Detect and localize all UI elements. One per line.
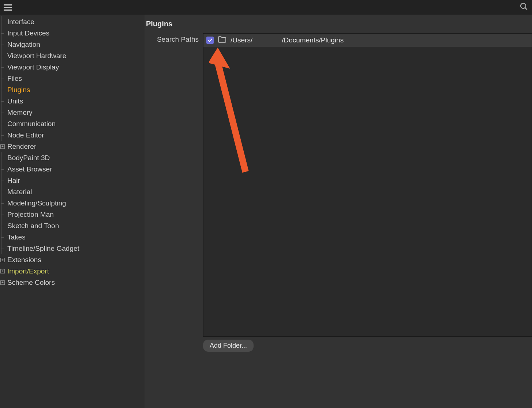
sidebar-item-communication[interactable]: Communication (0, 118, 145, 129)
sidebar-item-import-export[interactable]: +Import/Export (0, 265, 145, 277)
expand-icon[interactable]: + (0, 269, 5, 273)
sidebar-item-label: Asset Browser (7, 165, 52, 173)
search-path-row[interactable]: /Users//Documents/Plugins (203, 34, 532, 47)
sidebar-item-label: Units (7, 97, 23, 105)
sidebar-item-takes[interactable]: Takes (0, 231, 145, 243)
sidebar-item-input-devices[interactable]: Input Devices (0, 27, 145, 39)
content-panel: Plugins Search Paths /Users//Documents/P… (145, 15, 532, 408)
page-title: Plugins (145, 20, 532, 28)
sidebar-item-extensions[interactable]: +Extensions (0, 254, 145, 265)
path-enabled-checkbox[interactable] (206, 37, 214, 44)
sidebar-item-label: Interface (7, 18, 34, 26)
sidebar-item-asset-browser[interactable]: Asset Browser (0, 163, 145, 175)
sidebar-item-interface[interactable]: Interface (0, 16, 145, 27)
main-area: InterfaceInput DevicesNavigationViewport… (0, 15, 532, 408)
sidebar-item-navigation[interactable]: Navigation (0, 39, 145, 50)
add-folder-row: Add Folder... (203, 340, 532, 352)
hamburger-menu-icon[interactable] (4, 4, 12, 11)
folder-icon (218, 36, 226, 45)
sidebar-item-label: Material (7, 188, 32, 196)
expand-icon[interactable]: + (0, 280, 5, 285)
sidebar-item-label: Memory (7, 109, 33, 117)
search-paths-list[interactable]: /Users//Documents/Plugins (203, 33, 532, 337)
sidebar-item-memory[interactable]: Memory (0, 107, 145, 118)
sidebar-item-bodypaint-3d[interactable]: BodyPaint 3D (0, 152, 145, 163)
sidebar-item-label: Modeling/Sculpting (7, 199, 66, 207)
sidebar-item-timeline-spline-gadget[interactable]: Timeline/Spline Gadget (0, 243, 145, 254)
expand-icon[interactable]: + (0, 144, 5, 149)
sidebar-item-label: Takes (7, 233, 26, 241)
search-paths-row: Search Paths /Users//Documents/Plugins A… (145, 33, 532, 352)
sidebar-item-modeling-sculpting[interactable]: Modeling/Sculpting (0, 197, 145, 209)
search-icon[interactable] (520, 2, 528, 13)
sidebar-item-label: Navigation (7, 41, 40, 49)
sidebar-item-label: Communication (7, 120, 56, 128)
sidebar-item-label: Renderer (7, 143, 36, 151)
sidebar-item-scheme-colors[interactable]: +Scheme Colors (0, 277, 145, 288)
preferences-sidebar: InterfaceInput DevicesNavigationViewport… (0, 15, 145, 408)
top-bar (0, 0, 532, 15)
sidebar-item-label: Import/Export (7, 267, 49, 275)
sidebar-item-label: Projection Man (7, 211, 54, 219)
search-paths-container: /Users//Documents/Plugins Add Folder... (203, 33, 532, 352)
sidebar-item-label: Timeline/Spline Gadget (7, 245, 79, 253)
sidebar-item-label: Sketch and Toon (7, 222, 59, 230)
sidebar-item-label: Viewport Hardware (7, 52, 66, 60)
sidebar-item-sketch-and-toon[interactable]: Sketch and Toon (0, 220, 145, 231)
sidebar-item-hair[interactable]: Hair (0, 175, 145, 186)
sidebar-item-projection-man[interactable]: Projection Man (0, 209, 145, 220)
sidebar-item-label: Plugins (7, 86, 30, 94)
sidebar-item-node-editor[interactable]: Node Editor (0, 129, 145, 141)
search-path-text: /Users//Documents/Plugins (231, 36, 344, 44)
sidebar-item-viewport-display[interactable]: Viewport Display (0, 61, 145, 73)
sidebar-item-viewport-hardware[interactable]: Viewport Hardware (0, 50, 145, 61)
sidebar-item-label: Input Devices (7, 29, 49, 37)
sidebar-item-files[interactable]: Files (0, 73, 145, 84)
sidebar-item-plugins[interactable]: Plugins (0, 84, 145, 95)
sidebar-item-label: BodyPaint 3D (7, 154, 50, 162)
svg-line-1 (525, 8, 527, 10)
sidebar-item-label: Extensions (7, 256, 41, 264)
sidebar-item-label: Node Editor (7, 131, 44, 139)
sidebar-item-renderer[interactable]: +Renderer (0, 141, 145, 152)
svg-point-0 (521, 3, 526, 8)
search-paths-label: Search Paths (145, 33, 203, 44)
sidebar-item-label: Viewport Display (7, 63, 59, 71)
sidebar-item-label: Scheme Colors (7, 279, 55, 287)
sidebar-item-units[interactable]: Units (0, 95, 145, 107)
expand-icon[interactable]: + (0, 258, 5, 262)
sidebar-item-label: Files (7, 75, 22, 83)
sidebar-item-label: Hair (7, 177, 20, 185)
sidebar-item-material[interactable]: Material (0, 186, 145, 197)
add-folder-button[interactable]: Add Folder... (203, 340, 254, 352)
